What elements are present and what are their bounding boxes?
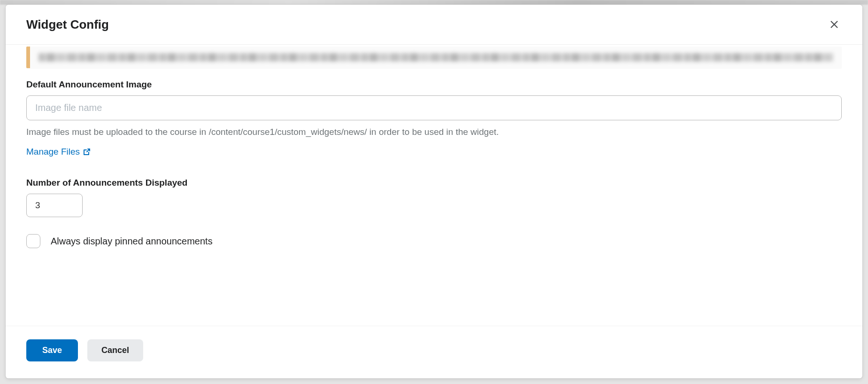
manage-files-link[interactable]: Manage Files [26,147,91,157]
close-icon [830,20,839,29]
modal-title: Widget Config [26,17,109,32]
alert-text-blurred [38,53,833,62]
announcement-count-label: Number of Announcements Displayed [26,178,842,188]
backdrop [0,0,868,5]
announcement-count-input[interactable] [26,194,83,217]
external-link-icon [83,148,91,156]
close-button[interactable] [827,17,842,32]
alert-banner [26,47,842,68]
modal-footer: Save Cancel [6,326,862,378]
image-help-text: Image files must be uploaded to the cour… [26,127,842,137]
pinned-announcements-checkbox[interactable] [26,234,40,248]
cancel-button[interactable]: Cancel [87,339,143,361]
pinned-checkbox-row: Always display pinned announcements [26,234,842,248]
default-image-label: Default Announcement Image [26,79,842,90]
modal-body[interactable]: Default Announcement Image Image files m… [6,45,862,326]
manage-files-label: Manage Files [26,147,80,157]
save-button[interactable]: Save [26,339,78,361]
widget-config-modal: Widget Config Default Announcement Image… [6,5,862,378]
pinned-announcements-label[interactable]: Always display pinned announcements [51,236,213,247]
modal-header: Widget Config [6,5,862,45]
image-filename-input[interactable] [26,95,842,120]
